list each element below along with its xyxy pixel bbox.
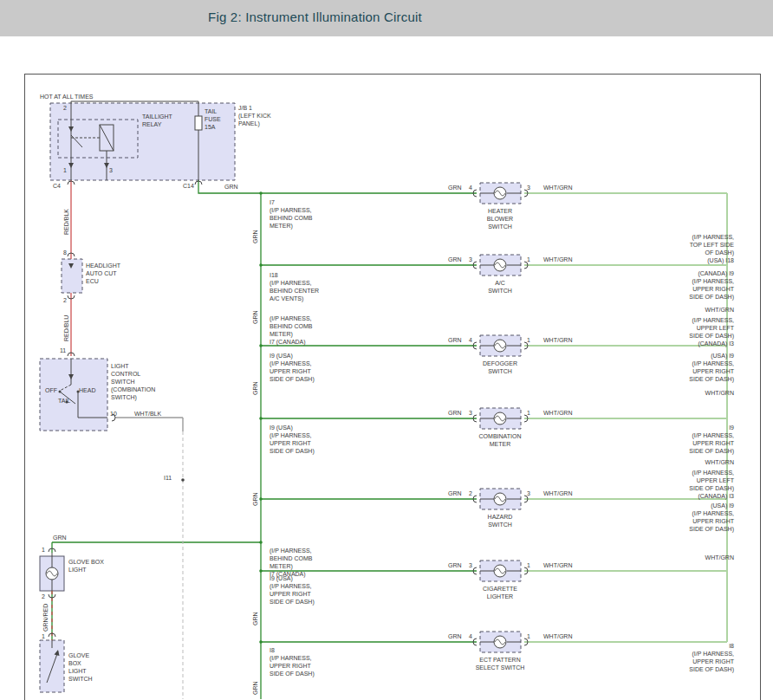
junction-block-label: J/B 1 (LEFT KICK PANEL) [238,104,271,127]
connector-note: (USA) I9 (I/P HARNESS, UPPER RIGHT SIDE … [689,502,734,533]
wire-label-wht-grn: WHT/GRN [705,554,734,561]
wire-label-red-blk: RED/BLK [63,209,69,235]
connector-note: (I/P HARNESS, BEHIND COMB METER) I7 (CAN… [270,314,312,346]
pin-label-2-glove: 2 [42,593,45,600]
pin-label: 3 [469,561,472,569]
connector-note: I9 (USA) (I/P HARNESS, UPPER RIGHT SIDE … [270,424,315,455]
component-label-cigarette-lighter: CIGARETTE LIGHTER [465,585,535,600]
pin-label: 3 [469,256,472,263]
wire-label-grn: GRN [448,489,462,497]
pin-label-2-ecu: 2 [63,296,67,304]
wiring-diagram: HOT AT ALL TIMES 2 TAILLIGHT RELAY TAIL … [24,74,761,700]
pin-label: 4 [469,336,472,344]
fuse-symbol [195,116,202,130]
wire-label-grn: GRN [448,632,462,640]
wire-label-grn: GRN [448,256,462,263]
grn-wires [52,180,477,699]
connector-note: I7 (I/P HARNESS, BEHIND COMB METER) [270,198,312,230]
pin-label: 1 [527,561,530,569]
taillight-relay-label: TAILLIGHT RELAY [142,113,172,128]
pin-label-10: 10 [110,410,117,418]
pin-label-11: 11 [60,347,66,354]
pin-label-2-top: 2 [63,104,67,112]
wire-label-grn: GRN [448,409,462,417]
wire-label-grn-red: GRN/RED [42,604,49,632]
pin-label-1: 1 [63,166,67,174]
wire-label-wht-grn: WHT/GRN [705,306,734,314]
wire-label-wht-grn: WHT/GRN [705,389,734,397]
wire-label-grn-vertical: GRN [252,230,258,243]
component-label-ac-switch: A/C SWITCH [465,279,535,295]
connector-label-i11: I11 [164,474,172,482]
wire-label-wht-grn: WHT/GRN [543,489,572,497]
component-label-glove-box-light-switch: GLOVE BOX LIGHT SWITCH [68,651,93,683]
wire-label-red-blu: RED/BLU [63,315,69,341]
light-control-switch-box [40,359,107,431]
connector-note: (I/P HARNESS, UPPER LEFT SIDE OF DASH) (… [689,469,734,500]
pin-label: 3 [527,489,530,497]
pin-label: 2 [469,489,472,497]
wire-label-grn: GRN [448,336,462,344]
wire-label-grn-vertical: GRN [252,681,258,695]
hot-at-all-times-label: HOT AT ALL TIMES [40,93,93,100]
page: { "colors": { "header_bg": "#c9c9c9", "h… [0,0,773,700]
pin-label-1-glove: 1 [42,546,45,554]
component-label-ect-pattern-select-switch: ECT PATTERN SELECT SWITCH [465,656,535,671]
connector-note: (I/P HARNESS, BEHIND COMB METER) I7 (CAN… [270,547,312,578]
wire-label-wht-grn: WHT/GRN [543,184,572,191]
connector-note: I18 (I/P HARNESS, BEHIND CENTER A/C VENT… [270,271,319,302]
component-label-defogger-switch: DEFOGGER SWITCH [465,360,535,375]
tail-fuse-label: TAIL FUSE 15A [205,107,221,131]
pin-label: 4 [469,184,472,191]
connector-note: (USA) I9 (I/P HARNESS, UPPER RIGHT SIDE … [689,352,734,383]
connector-note: I9 (USA) (I/P HARNESS, UPPER RIGHT SIDE … [270,352,315,383]
connector-note: (I/P HARNESS, TOP LEFT SIDE OF DASH) (US… [690,233,734,264]
wire-label-grn-vertical: GRN [252,492,258,506]
wire-label-grn-vertical: GRN [252,612,258,625]
connector-note: I8 (I/P HARNESS, UPPER RIGHT SIDE OF DAS… [689,642,734,673]
title-bar: Fig 2: Instrument Illumination Circuit [0,0,773,36]
wire-label-wht-grn: WHT/GRN [543,632,572,640]
connector-note: I9 (I/P HARNESS, UPPER RIGHT SIDE OF DAS… [689,424,734,455]
pin-label: 1 [527,409,530,417]
wire-label-wht-grn: WHT/GRN [543,256,572,263]
pin-label-1-glove-switch: 1 [42,632,45,640]
component-label-hazard-switch: HAZARD SWITCH [465,513,535,528]
wire-label-grn-main: GRN [224,183,238,191]
wire-label-wht-grn: WHT/GRN [543,336,572,344]
pin-label: 4 [469,632,472,640]
connector-label-c4: C4 [53,182,61,190]
switch-position-tail: TAIL [58,397,70,405]
pin-label-8: 8 [63,249,67,256]
component-label-glove-box-light: GLOVE BOX LIGHT [68,558,104,574]
pin-label-3: 3 [109,166,113,174]
i11-junction-dot [181,478,185,482]
wire-label-wht-grn: WHT/GRN [543,561,572,569]
wire-label-wht-grn: WHT/GRN [543,409,572,417]
wire-label-grn-vertical: GRN [252,310,258,324]
pin-label: 3 [527,184,530,191]
component-label-heater-blower-switch: HEATER BLOWER SWITCH [465,207,535,230]
pin-label: 3 [469,409,472,417]
figure-title: Fig 2: Instrument Illumination Circuit [0,10,630,24]
switch-position-head: HEAD [79,386,95,394]
wire-label-grn-glove: GRN [53,534,67,541]
connector-note: (I/P HARNESS, UPPER LEFT SIDE OF DASH) (… [689,316,734,347]
light-control-switch-label: LIGHT CONTROL SWITCH (COMBINATION SWITCH… [111,362,155,401]
switch-position-off: OFF [45,386,57,394]
connector-label-c14: C14 [183,182,194,190]
pin-label: 1 [527,336,530,344]
wire-label-grn-vertical: GRN [252,381,258,395]
headlight-auto-cut-ecu-label: HEADLIGHT AUTO CUT ECU [86,262,120,285]
wire-label-grn: GRN [448,561,462,569]
wire-label-wht-grn: WHT/GRN [705,458,734,466]
component-label-combination-meter: COMBINATION METER [465,432,535,448]
connector-note: (CANADA) I9 (I/P HARNESS, UPPER RIGHT SI… [689,269,734,301]
pin-label: 1 [527,256,530,263]
wire-label-wht-blk: WHT/BLK [134,410,161,418]
wire-label-grn: GRN [448,184,462,191]
connector-note: I9 (USA) (I/P HARNESS, UPPER RIGHT SIDE … [270,574,315,606]
pin-label: 1 [527,632,530,640]
connector-note: I8 (I/P HARNESS, UPPER RIGHT SIDE OF DAS… [270,646,315,677]
